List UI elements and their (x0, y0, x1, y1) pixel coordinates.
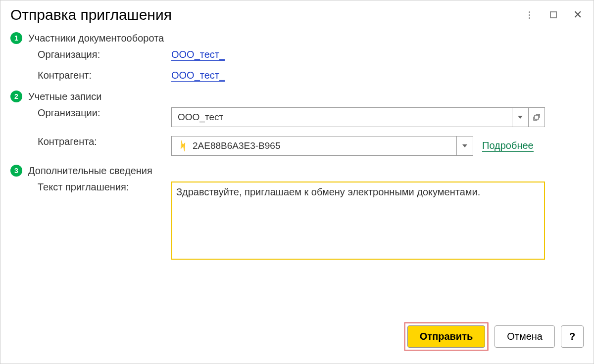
cancel-button[interactable]: Отмена (495, 325, 555, 348)
org-account-label: Организации: (38, 107, 171, 119)
window-title: Отправка приглашения (10, 6, 172, 23)
section-title-accounts: Учетные записи (28, 91, 101, 102)
send-button-highlight: Отправить (404, 322, 489, 351)
section-title-participants: Участники документооборота (28, 33, 164, 44)
maximize-icon[interactable] (547, 9, 559, 21)
org-account-value: ООО_тест (178, 112, 223, 123)
invitation-textarea[interactable] (171, 182, 545, 260)
organization-link[interactable]: ООО_тест_ (171, 49, 225, 61)
counterparty-label: Контрагент: (38, 70, 171, 81)
svg-rect-0 (535, 115, 539, 119)
counterparty-account-value: 2AE88B6A3E3-B965 (193, 140, 280, 151)
counterparty-account-input[interactable]: ⚡ 2AE88B6A3E3-B965 (171, 136, 457, 156)
more-options-icon[interactable] (523, 9, 535, 21)
invitation-text-label: Текст приглашения: (38, 182, 171, 193)
close-icon[interactable]: ✕ (572, 9, 584, 21)
section-title-additional: Дополнительные сведения (28, 165, 152, 177)
open-external-icon[interactable] (528, 107, 545, 127)
plug-icon: ⚡ (175, 138, 191, 153)
counterparty-account-label: Контрагента: (38, 136, 171, 147)
organization-label: Организация: (38, 49, 171, 60)
org-account-input[interactable]: ООО_тест (171, 107, 512, 127)
section-number-1: 1 (10, 32, 22, 44)
help-button[interactable]: ? (561, 325, 584, 348)
section-number-3: 3 (10, 165, 22, 177)
section-number-2: 2 (10, 91, 22, 102)
more-details-link[interactable]: Подробнее (482, 140, 534, 152)
counterparty-link[interactable]: ООО_тест_ (171, 70, 225, 82)
send-button[interactable]: Отправить (407, 325, 485, 348)
dropdown-icon[interactable] (512, 107, 529, 127)
window-controls: ✕ (523, 9, 584, 21)
dropdown-icon[interactable] (456, 136, 473, 156)
